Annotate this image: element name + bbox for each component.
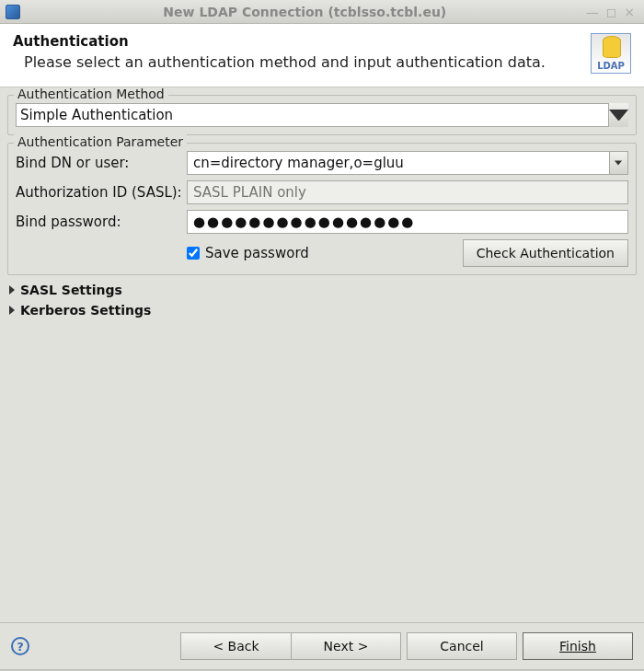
bind-dn-label: Bind DN or user: xyxy=(16,155,187,171)
bind-dn-input[interactable] xyxy=(187,151,609,175)
auth-method-group: Authentication Method Simple Authenticat… xyxy=(7,95,637,135)
help-icon[interactable]: ? xyxy=(11,637,29,655)
chevron-right-icon xyxy=(9,285,15,295)
kerberos-settings-label: Kerberos Settings xyxy=(20,303,151,318)
bind-password-label: Bind password: xyxy=(16,214,187,230)
wizard-body: Authentication Method Simple Authenticat… xyxy=(0,87,644,622)
cancel-button[interactable]: Cancel xyxy=(407,632,517,660)
titlebar: New LDAP Connection (tcblsso.tcbl.eu) — … xyxy=(0,0,644,24)
check-authentication-button[interactable]: Check Authentication xyxy=(463,239,628,267)
next-button[interactable]: Next > xyxy=(291,632,401,660)
save-password-checkbox[interactable] xyxy=(187,247,200,260)
save-password-label: Save password xyxy=(205,245,309,261)
auth-method-select[interactable]: Simple Authentication xyxy=(16,103,628,127)
maximize-button[interactable]: ◻ xyxy=(603,5,621,19)
close-button[interactable]: × xyxy=(620,5,638,19)
sasl-settings-label: SASL Settings xyxy=(20,283,122,297)
auth-id-label: Authorization ID (SASL): xyxy=(16,184,187,201)
sasl-settings-expander[interactable]: SASL Settings xyxy=(9,283,637,297)
ldap-icon: LDAP xyxy=(591,33,631,74)
auth-id-input xyxy=(187,180,628,204)
bind-password-input[interactable] xyxy=(187,210,628,234)
back-button[interactable]: < Back xyxy=(180,632,291,660)
auth-method-select-wrap[interactable]: Simple Authentication xyxy=(16,103,628,127)
chevron-right-icon xyxy=(9,306,15,315)
auth-method-legend: Authentication Method xyxy=(14,87,168,101)
window-title: New LDAP Connection (tcblsso.tcbl.eu) xyxy=(28,5,582,19)
kerberos-settings-expander[interactable]: Kerberos Settings xyxy=(9,303,637,318)
app-icon xyxy=(6,5,20,19)
wizard-header: Authentication Please select an authenti… xyxy=(0,24,644,87)
page-title: Authentication xyxy=(13,33,581,50)
auth-param-legend: Authentication Parameter xyxy=(14,134,187,149)
svg-marker-1 xyxy=(615,161,622,166)
auth-param-group: Authentication Parameter Bind DN or user… xyxy=(7,143,637,275)
bind-dn-dropdown-button[interactable] xyxy=(609,151,628,175)
page-subtitle: Please select an authentication method a… xyxy=(13,53,581,71)
finish-button[interactable]: Finish xyxy=(523,632,633,660)
minimize-button[interactable]: — xyxy=(582,5,603,19)
wizard-footer: ? < Back Next > Cancel Finish xyxy=(0,622,644,669)
